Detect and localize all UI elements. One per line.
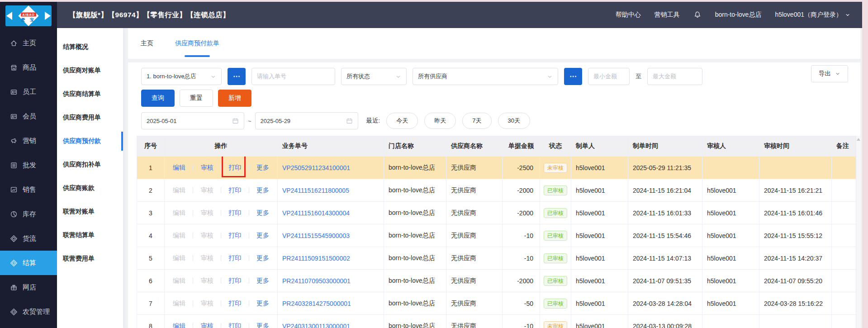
range-pill-yesterday[interactable]: 昨天 — [424, 113, 456, 129]
print-link[interactable]: 打印 — [228, 322, 241, 328]
edit-link[interactable]: 编辑 — [173, 164, 185, 172]
edit-link[interactable]: 编辑 — [173, 209, 185, 217]
print-link[interactable]: 打印 — [228, 232, 241, 240]
print-link[interactable]: 打印 — [228, 299, 241, 308]
order-no-input[interactable]: 请输入单号 — [251, 68, 335, 85]
ops-cell: 编辑审核打印更多 — [165, 247, 278, 270]
print-link[interactable]: 打印 — [228, 209, 241, 217]
max-amount-input[interactable]: 最大金额 — [647, 68, 702, 85]
order-no-link[interactable]: PR24110709503000001 — [282, 277, 351, 285]
status-select[interactable]: 所有状态 — [341, 68, 407, 85]
status-cell: 已审核 — [540, 270, 571, 292]
audit-time-cell — [759, 157, 832, 179]
range-pill-7d[interactable]: 7天 — [462, 113, 491, 129]
print-link[interactable]: 打印 — [228, 277, 241, 285]
order-no-link[interactable]: PR24032814275000001 — [282, 300, 351, 307]
more-link[interactable]: 更多 — [256, 232, 269, 240]
marketing-tools-link[interactable]: 营销工具 — [655, 11, 680, 19]
print-link[interactable]: 打印 — [228, 254, 241, 262]
export-button[interactable]: 导出 — [811, 65, 848, 82]
table-scrollbar[interactable] — [856, 136, 861, 328]
start-date-input[interactable]: 2025-05-01 — [141, 112, 244, 129]
more-link[interactable]: 更多 — [256, 254, 269, 262]
more-link[interactable]: 更多 — [256, 322, 269, 328]
audit-link[interactable]: 审核 — [201, 232, 213, 240]
order-no-link[interactable]: VP24031300113000001 — [282, 323, 350, 328]
sidebar-item-staff[interactable]: 员工 — [0, 80, 57, 104]
store-select[interactable]: 1. born-to-love总店 — [141, 68, 222, 85]
edit-link[interactable]: 编辑 — [173, 299, 185, 308]
sidebar-item-agri-trade[interactable]: 农贸管理 — [0, 299, 57, 324]
creator-cell: h5love001 — [571, 292, 628, 315]
current-store[interactable]: born-to-love总店 — [715, 11, 762, 19]
submenu-item-supplier-deduction[interactable]: 供应商扣补单 — [57, 153, 123, 176]
order-no-link[interactable]: VP24111515545900003 — [282, 232, 350, 239]
sidebar-item-settlement[interactable]: 结算 — [0, 251, 57, 275]
add-button[interactable]: 新增 — [218, 90, 251, 107]
edit-link[interactable]: 编辑 — [173, 186, 185, 195]
reset-button[interactable]: 重置 — [180, 90, 213, 107]
min-amount-input[interactable]: 最小金额 — [588, 68, 630, 85]
edit-link[interactable]: 编辑 — [173, 322, 185, 328]
submenu-item-supplier-reconciliation[interactable]: 供应商对账单 — [57, 59, 123, 82]
more-link[interactable]: 更多 — [256, 186, 269, 195]
submenu-item-supplier-expense[interactable]: 供应商费用单 — [57, 106, 123, 129]
submenu-item-supplier-account[interactable]: 供应商账款 — [57, 176, 123, 200]
sidebar-item-goods[interactable]: 商品 — [0, 55, 57, 80]
sidebar-item-sales[interactable]: 销售 — [0, 177, 57, 202]
notification-bell-icon[interactable] — [693, 11, 702, 19]
query-button[interactable]: 查询 — [141, 90, 175, 107]
help-center-link[interactable]: 帮助中心 — [616, 11, 641, 19]
account-menu[interactable]: h5love001（商户登录） — [775, 11, 850, 19]
range-pill-today[interactable]: 今天 — [386, 113, 418, 129]
more-link[interactable]: 更多 — [256, 209, 269, 217]
audit-link[interactable]: 审核 — [201, 299, 213, 308]
submenu-item-settlement-overview[interactable]: 结算概况 — [57, 35, 123, 59]
sidebar-item-logistics[interactable]: 货流 — [0, 226, 57, 251]
supplier-more-button[interactable]: ⋯ — [564, 68, 582, 85]
sidebar-item-inventory[interactable]: 库存 — [0, 202, 57, 226]
print-link[interactable]: 打印 — [228, 186, 241, 195]
sidebar-item-members[interactable]: 会员 — [0, 104, 57, 128]
divider — [193, 165, 193, 171]
order-no-link[interactable]: VP24111516211800005 — [282, 187, 349, 194]
sidebar-item-marketing[interactable]: 营销 — [0, 128, 57, 153]
submenu-item-supplier-settlement[interactable]: 供应商结算单 — [57, 82, 123, 106]
more-link[interactable]: 更多 — [256, 277, 269, 285]
edit-link[interactable]: 编辑 — [173, 232, 185, 240]
tab-home[interactable]: 主页 — [141, 28, 153, 59]
end-date-input[interactable]: 2025-05-29 — [255, 112, 358, 129]
audit-link[interactable]: 审核 — [201, 277, 213, 285]
audit-link[interactable]: 审核 — [201, 186, 213, 195]
audit-link[interactable]: 审核 — [201, 322, 213, 328]
edit-link[interactable]: 编辑 — [173, 277, 185, 285]
app-logo[interactable]: AIBAO 爱 宝 — [5, 5, 52, 26]
page-scrollbar-strip[interactable] — [862, 0, 868, 328]
audit-link[interactable]: 审核 — [201, 209, 213, 217]
submenu-item-joint-expense[interactable]: 联营费用单 — [57, 247, 123, 271]
audit-link[interactable]: 审核 — [201, 254, 213, 262]
range-pill-30d[interactable]: 30天 — [498, 113, 530, 129]
print-link[interactable]: 打印 — [228, 164, 241, 171]
order-no-link[interactable]: PR24111509151500002 — [282, 255, 350, 262]
store-more-button[interactable]: ⋯ — [228, 68, 246, 85]
supplier-cell: 无供应商 — [446, 224, 503, 247]
sidebar-item-home[interactable]: 主页 — [0, 31, 57, 55]
edit-link[interactable]: 编辑 — [173, 254, 185, 262]
divider — [249, 165, 249, 171]
creator-cell: h5love001 — [571, 270, 628, 292]
amount-cell: -2000 — [503, 202, 540, 224]
audit-link[interactable]: 审核 — [201, 164, 213, 172]
sidebar-item-wholesale[interactable]: 批发 — [0, 153, 57, 177]
order-no-link[interactable]: VP24111516014300004 — [282, 209, 350, 217]
sidebar-item-eshop[interactable]: 网店 — [0, 275, 57, 299]
more-link[interactable]: 更多 — [256, 299, 269, 308]
order-no-link[interactable]: VP25052911234100001 — [282, 164, 350, 171]
submenu-item-joint-reconciliation[interactable]: 联营对账单 — [57, 200, 123, 223]
more-link[interactable]: 更多 — [256, 164, 269, 172]
submenu-item-supplier-prepayment[interactable]: 供应商预付款 — [57, 129, 123, 153]
supplier-select[interactable]: 所有供应商 — [413, 68, 558, 85]
store-select-value: 1. born-to-love总店 — [147, 72, 196, 81]
submenu-item-joint-settlement[interactable]: 联营结算单 — [57, 223, 123, 247]
tab-supplier-prepayment-orders[interactable]: 供应商预付款单 — [175, 28, 219, 59]
